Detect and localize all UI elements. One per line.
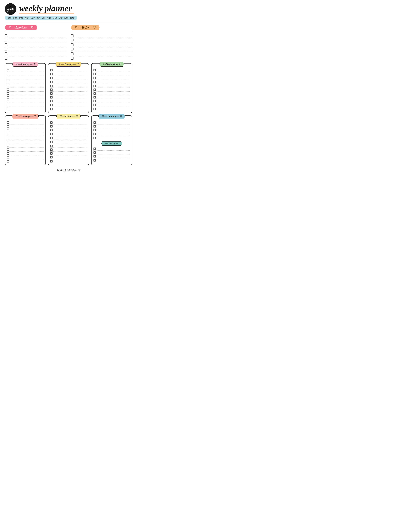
- sunday-cb[interactable]: [93, 151, 96, 154]
- wednesday-cb[interactable]: [93, 96, 96, 98]
- month-jan[interactable]: Jan: [8, 17, 11, 19]
- thursday-cb[interactable]: [7, 149, 9, 151]
- monday-cb[interactable]: [7, 88, 9, 91]
- tuesday-cb[interactable]: [50, 96, 53, 98]
- sunday-cb[interactable]: [93, 159, 96, 162]
- thursday-cb[interactable]: [7, 141, 9, 143]
- month-may[interactable]: May: [30, 17, 35, 19]
- tuesday-cb[interactable]: [50, 100, 53, 102]
- friday-cb[interactable]: [50, 137, 53, 139]
- wednesday-cb[interactable]: [93, 108, 96, 110]
- friday-row: [50, 136, 87, 140]
- tuesday-cb[interactable]: [50, 88, 53, 91]
- thursday-cb[interactable]: [7, 129, 9, 131]
- saturday-cb[interactable]: [93, 121, 96, 124]
- priorities-checkbox-3[interactable]: [5, 43, 7, 46]
- todo-checkbox-4[interactable]: [71, 48, 74, 50]
- friday-cb[interactable]: [50, 149, 53, 151]
- monday-row: [7, 107, 44, 111]
- wednesday-cb[interactable]: [93, 92, 96, 95]
- month-sep[interactable]: Sep: [53, 17, 57, 19]
- monday-cb[interactable]: [7, 100, 9, 102]
- month-feb[interactable]: Feb: [13, 17, 17, 19]
- saturday-cb[interactable]: [93, 129, 96, 131]
- sunday-cb[interactable]: [93, 155, 96, 158]
- thursday-cb[interactable]: [7, 133, 9, 135]
- wednesday-cb[interactable]: [93, 88, 96, 91]
- monday-cb[interactable]: [7, 108, 9, 110]
- monday-cb[interactable]: [7, 85, 9, 87]
- friday-card: ♡ — Friday — ♡: [48, 115, 89, 165]
- todo-checkbox-5[interactable]: [71, 52, 74, 55]
- thursday-cb[interactable]: [7, 145, 9, 147]
- tuesday-cb[interactable]: [50, 81, 53, 83]
- tuesday-cb[interactable]: [50, 77, 53, 79]
- month-oct[interactable]: Oct: [59, 17, 62, 19]
- wednesday-cb[interactable]: [93, 77, 96, 79]
- tuesday-cb[interactable]: [50, 85, 53, 87]
- monday-cb[interactable]: [7, 77, 9, 79]
- tuesday-cb[interactable]: [50, 92, 53, 95]
- monday-cb[interactable]: [7, 69, 9, 71]
- month-jun[interactable]: Jun: [37, 17, 40, 19]
- friday-cb[interactable]: [50, 152, 53, 155]
- todo-checkbox-6[interactable]: [71, 57, 74, 60]
- priorities-checkbox-6[interactable]: [5, 57, 7, 60]
- header: the simple planner weekly planner: [5, 3, 132, 15]
- monday-cb[interactable]: [7, 92, 9, 95]
- wednesday-cb[interactable]: [93, 85, 96, 87]
- todo-checkbox-1[interactable]: [71, 34, 74, 37]
- monday-cb[interactable]: [7, 81, 9, 83]
- thursday-cb[interactable]: [7, 160, 9, 162]
- priorities-checkbox-5[interactable]: [5, 52, 7, 55]
- wednesday-cb[interactable]: [93, 73, 96, 75]
- saturday-cb[interactable]: [93, 133, 96, 135]
- wednesday-cb[interactable]: [93, 100, 96, 102]
- saturday-cb[interactable]: [93, 137, 96, 139]
- monday-cb[interactable]: [7, 96, 9, 98]
- thursday-cb[interactable]: [7, 137, 9, 139]
- friday-row: [50, 159, 87, 163]
- wednesday-row: [93, 103, 130, 107]
- sunday-cb[interactable]: [93, 148, 96, 150]
- month-aug[interactable]: Aug: [47, 17, 51, 19]
- todo-checkbox-3[interactable]: [71, 43, 74, 46]
- friday-cb[interactable]: [50, 156, 53, 159]
- month-dec[interactable]: Dec: [70, 17, 74, 19]
- wednesday-checklist: [93, 68, 130, 111]
- wednesday-cb[interactable]: [93, 104, 96, 106]
- thursday-card: ♡ —Thursday — ♡: [5, 115, 46, 165]
- wednesday-row: [93, 72, 130, 76]
- priorities-checkbox-2[interactable]: [5, 39, 7, 41]
- thursday-cb[interactable]: [7, 121, 9, 124]
- priorities-checkbox-4[interactable]: [5, 48, 7, 50]
- wednesday-cb[interactable]: [93, 81, 96, 83]
- month-jul[interactable]: Jul: [42, 17, 45, 19]
- friday-cb[interactable]: [50, 133, 53, 135]
- priorities-checkbox-1[interactable]: [5, 34, 7, 37]
- wednesday-cb[interactable]: [93, 69, 96, 71]
- thursday-cb[interactable]: [7, 156, 9, 159]
- friday-cb[interactable]: [50, 129, 53, 131]
- monday-row: [7, 80, 44, 84]
- month-mar[interactable]: Mar: [19, 17, 23, 19]
- thursday-row: [7, 121, 44, 124]
- monday-cb[interactable]: [7, 73, 9, 75]
- tuesday-cb[interactable]: [50, 104, 53, 106]
- thursday-cb[interactable]: [7, 125, 9, 127]
- friday-cb[interactable]: [50, 160, 53, 162]
- todo-checkbox-2[interactable]: [71, 39, 74, 41]
- friday-cb[interactable]: [50, 121, 53, 124]
- month-apr[interactable]: Apr: [25, 17, 28, 19]
- month-nov[interactable]: Nov: [64, 17, 68, 19]
- tuesday-cb[interactable]: [50, 69, 53, 71]
- monday-cb[interactable]: [7, 104, 9, 106]
- thursday-cb[interactable]: [7, 152, 9, 155]
- friday-cb[interactable]: [50, 125, 53, 127]
- saturday-cb[interactable]: [93, 125, 96, 127]
- friday-cb[interactable]: [50, 141, 53, 143]
- tuesday-cb[interactable]: [50, 73, 53, 75]
- tuesday-cb[interactable]: [50, 108, 53, 110]
- saturday-row: [93, 124, 130, 128]
- friday-cb[interactable]: [50, 145, 53, 147]
